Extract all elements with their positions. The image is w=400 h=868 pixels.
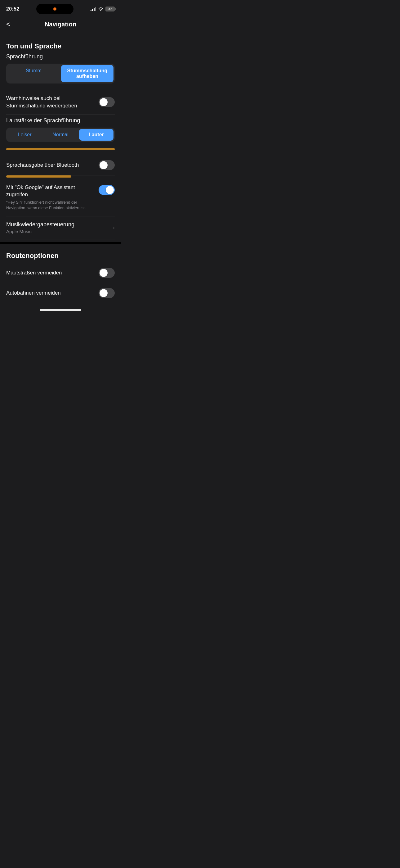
- ok-google-knob: [106, 186, 114, 194]
- ok-google-label-group: Mit "Ok Google" auf Assistant zugreifen …: [6, 184, 99, 211]
- sprachausgabe-label: Sprachausgabe über Bluetooth: [6, 161, 99, 169]
- musikwiedergabe-row[interactable]: Musikwiedergabesteuerung Apple Music ›: [6, 216, 115, 239]
- autobahnen-row: Autobahnen vermeiden: [6, 283, 115, 303]
- mautstrassen-toggle[interactable]: [99, 268, 115, 278]
- ok-google-label: Mit "Ok Google" auf Assistant zugreifen: [6, 184, 94, 199]
- musikwiedergabe-sublabel: Apple Music: [6, 229, 74, 234]
- ok-google-sublabel: "Hey Siri" funktioniert nicht während de…: [6, 199, 94, 211]
- battery-icon: 37: [105, 6, 115, 11]
- seg-stummschaltung-aufheben[interactable]: Stummschaltung aufheben: [61, 65, 113, 82]
- signal-icon: [91, 7, 96, 11]
- wifi-icon: [98, 6, 104, 12]
- ok-google-row: Mit "Ok Google" auf Assistant zugreifen …: [6, 178, 115, 216]
- annotation-line-1: [6, 148, 115, 150]
- content: Ton und Sprache Sprachführung Stumm Stum…: [0, 42, 121, 303]
- warnhinweise-knob: [100, 98, 108, 106]
- ton-und-sprache-section: Ton und Sprache Sprachführung Stumm Stum…: [6, 42, 115, 239]
- lautstaerke-section: Lautstärke der Sprachführung Leiser Norm…: [6, 117, 115, 142]
- status-right: 37: [91, 6, 115, 12]
- sprachausgabe-knob: [100, 161, 108, 169]
- sprachausgabe-toggle[interactable]: [99, 160, 115, 170]
- mautstrassen-row: Mautstraßen vermeiden: [6, 263, 115, 283]
- status-time: 20:52: [6, 6, 19, 12]
- mautstrassen-knob: [100, 269, 108, 277]
- routenoptionen-section: Routenoptionen Mautstraßen vermeiden Aut…: [6, 252, 115, 303]
- camera-dot: [53, 7, 57, 10]
- autobahnen-toggle[interactable]: [99, 288, 115, 298]
- ton-und-sprache-header: Ton und Sprache: [6, 42, 115, 50]
- mute-control[interactable]: Stumm Stummschaltung aufheben: [6, 64, 115, 84]
- seg-lauter[interactable]: Lauter: [79, 129, 113, 141]
- page-title: Navigation: [45, 21, 76, 28]
- section-divider: [0, 242, 121, 244]
- warnhinweise-label: Warnhinweise auch bei Stummschaltung wie…: [6, 95, 99, 110]
- ok-google-toggle[interactable]: [99, 185, 115, 195]
- volume-control[interactable]: Leiser Normal Lauter: [6, 128, 115, 142]
- autobahnen-knob: [100, 289, 108, 297]
- dynamic-island: [36, 4, 73, 14]
- chevron-right-icon: ›: [113, 224, 115, 231]
- mautstrassen-label: Mautstraßen vermeiden: [6, 269, 99, 277]
- status-bar: 20:52 37: [0, 0, 121, 16]
- autobahnen-label: Autobahnen vermeiden: [6, 289, 99, 297]
- seg-normal[interactable]: Normal: [43, 129, 77, 141]
- warnhinweise-row: Warnhinweise auch bei Stummschaltung wie…: [6, 90, 115, 115]
- musikwiedergabe-label-group: Musikwiedergabesteuerung Apple Music: [6, 221, 74, 234]
- back-button[interactable]: <: [6, 19, 13, 30]
- sprachfuehrung-label: Sprachführung: [6, 53, 115, 60]
- routenoptionen-header: Routenoptionen: [6, 252, 115, 260]
- seg-leiser[interactable]: Leiser: [7, 129, 42, 141]
- home-indicator: [40, 309, 81, 311]
- annotation-line-2: [6, 176, 71, 178]
- seg-stumm[interactable]: Stumm: [7, 65, 60, 82]
- sprachausgabe-row: Sprachausgabe über Bluetooth: [6, 155, 115, 176]
- musikwiedergabe-label: Musikwiedergabesteuerung: [6, 221, 74, 228]
- warnhinweise-toggle[interactable]: [99, 97, 115, 107]
- navigation-header: < Navigation: [0, 16, 121, 35]
- lautstaerke-label: Lautstärke der Sprachführung: [6, 117, 115, 124]
